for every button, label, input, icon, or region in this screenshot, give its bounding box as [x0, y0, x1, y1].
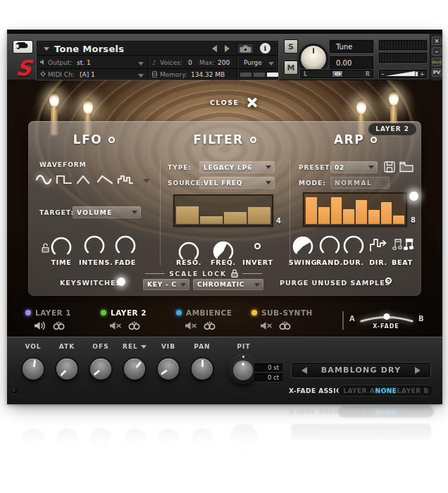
output-value[interactable]: st. 1 — [77, 59, 91, 66]
purge-unused-samples-button[interactable] — [385, 277, 392, 284]
speaker-muted-icon[interactable] — [260, 320, 272, 333]
filter-source-select[interactable]: VEL FREQ — [199, 177, 275, 189]
filter-type-select[interactable]: LEGACY LP6 — [199, 161, 275, 173]
next-instrument-arrow[interactable] — [225, 45, 230, 52]
next-articulation-arrow[interactable] — [415, 367, 421, 374]
link-icon[interactable] — [127, 320, 141, 333]
arp-step-table[interactable] — [303, 192, 407, 227]
link-icon[interactable] — [278, 320, 292, 333]
rel-knob[interactable] — [124, 358, 145, 380]
minimize-button[interactable]: – — [432, 47, 442, 56]
knob-dropdown-caret[interactable] — [141, 345, 147, 349]
xfade-option[interactable]: LAYER B — [397, 387, 429, 394]
info-button[interactable]: i — [260, 43, 270, 54]
arp-preset-select[interactable]: 02 — [330, 161, 378, 173]
purge-label[interactable]: Purge — [244, 59, 262, 66]
step-bar[interactable] — [393, 216, 404, 224]
mute-button[interactable]: M — [284, 61, 298, 75]
step-bar[interactable] — [356, 200, 367, 224]
arp-swing-knob[interactable] — [290, 233, 316, 258]
lfo-intensity-knob[interactable] — [82, 232, 107, 258]
purge-caret[interactable] — [268, 62, 274, 65]
vib-knob[interactable] — [158, 358, 179, 380]
pan-handle[interactable] — [332, 70, 343, 77]
aux-button[interactable]: aux — [432, 58, 442, 66]
arp-mode-select[interactable]: NORMAL — [330, 177, 390, 189]
keyswitches-toggle[interactable] — [117, 277, 125, 286]
step-bar[interactable] — [381, 202, 392, 224]
waveform-dropdown-caret[interactable] — [143, 179, 150, 183]
step-bar[interactable] — [318, 207, 330, 224]
link-icon[interactable] — [52, 320, 66, 333]
volume-plus[interactable]: + — [419, 70, 425, 77]
random-wave-icon[interactable] — [117, 173, 134, 189]
pv-button[interactable]: PV — [432, 68, 442, 77]
prev-articulation-arrow[interactable] — [301, 367, 307, 374]
pitch-semitones-box[interactable]: 0 st — [254, 363, 282, 372]
pan-slider[interactable]: L R — [300, 70, 373, 78]
saw-wave-icon[interactable] — [97, 173, 113, 189]
volume-slider[interactable]: – + — [379, 70, 427, 78]
close-overlay-button[interactable]: CLOSE — [210, 96, 258, 108]
close-window-button[interactable]: × — [432, 37, 442, 45]
step-bar[interactable] — [306, 197, 317, 224]
pitch-knob[interactable] — [228, 354, 258, 384]
output-caret[interactable] — [138, 62, 144, 65]
arp-led-indicator[interactable] — [409, 192, 418, 201]
step-bar[interactable] — [200, 216, 223, 224]
lfo-time-knob[interactable] — [49, 234, 74, 259]
layer-tab[interactable]: AMBIENCE — [176, 308, 251, 333]
layer-tab[interactable]: SUB-SYNTH — [251, 308, 327, 333]
max-value[interactable]: 200 — [218, 59, 230, 66]
arp-beat-icon[interactable] — [392, 237, 415, 255]
step-bar[interactable] — [331, 197, 342, 224]
arp-direction-icon[interactable] — [369, 236, 388, 256]
pan-knob[interactable] — [192, 358, 213, 380]
solo-button[interactable]: S — [284, 39, 298, 54]
midi-value[interactable]: [A] 1 — [80, 71, 95, 78]
arp-power-toggle[interactable] — [371, 137, 377, 143]
tune-knob[interactable] — [299, 44, 328, 73]
articulation-selector[interactable]: BAMBLONG DRY — [291, 362, 431, 378]
square-wave-icon[interactable] — [56, 173, 73, 189]
atk-knob[interactable] — [56, 358, 77, 380]
speaker-muted-icon[interactable] — [109, 320, 121, 333]
link-icon[interactable] — [203, 320, 216, 333]
step-bar[interactable] — [224, 212, 247, 224]
prev-instrument-arrow[interactable] — [212, 45, 217, 52]
save-preset-icon[interactable] — [384, 161, 395, 175]
scale-type-select[interactable]: CHROMATIC — [193, 279, 263, 290]
layer-tab[interactable]: LAYER 2 — [101, 308, 176, 333]
step-bar[interactable] — [343, 209, 354, 224]
arp-duration-knob[interactable] — [341, 232, 366, 258]
volume-minus[interactable]: – — [381, 70, 385, 77]
title-dropdown-caret[interactable] — [44, 47, 49, 51]
lfo-fade-knob[interactable] — [113, 232, 138, 258]
sine-wave-icon[interactable] — [35, 173, 52, 189]
filter-power-toggle[interactable] — [250, 137, 256, 143]
pitch-cents-box[interactable]: 0 ct — [254, 373, 282, 382]
volume-handle[interactable] — [415, 71, 418, 77]
step-bar[interactable] — [368, 210, 380, 225]
step-bar[interactable] — [176, 206, 199, 224]
speaker-muted-icon[interactable] — [185, 320, 197, 333]
triangle-wave-icon[interactable] — [76, 173, 93, 189]
tune-value-box[interactable]: 0.00 — [330, 56, 373, 69]
layer-tab[interactable]: LAYER 1 — [25, 308, 101, 333]
scale-key-select[interactable]: KEY - C — [143, 279, 189, 290]
xfade-option[interactable]: NONE — [375, 387, 397, 394]
filter-invert-toggle[interactable] — [254, 243, 261, 249]
vol-knob[interactable] — [23, 358, 44, 380]
lfo-target-select[interactable]: VOLUME — [73, 206, 141, 218]
speaker-on-icon[interactable] — [34, 320, 46, 333]
wrench-button[interactable] — [13, 40, 33, 54]
xfade-option[interactable]: LAYER A — [343, 387, 375, 394]
filter-step-table[interactable] — [173, 194, 273, 227]
lfo-power-toggle[interactable] — [108, 137, 115, 143]
ofs-knob[interactable] — [90, 358, 111, 380]
midi-caret[interactable] — [138, 74, 144, 77]
arp-random-knob[interactable] — [317, 232, 342, 258]
step-bar[interactable] — [248, 207, 270, 224]
load-preset-folder-icon[interactable] — [399, 161, 413, 175]
snapshot-camera-button[interactable] — [237, 43, 254, 54]
